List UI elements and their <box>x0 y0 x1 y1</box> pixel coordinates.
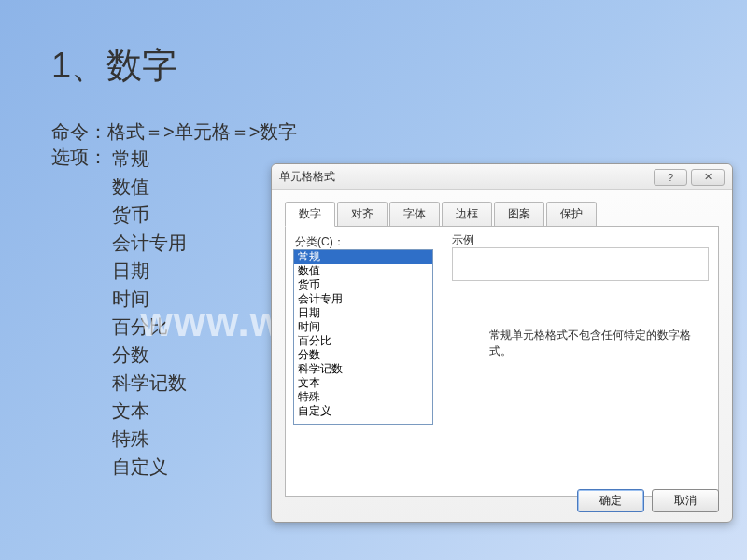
option-item: 时间 <box>112 285 187 313</box>
options-list: 常规数值货币会计专用日期时间百分比分数科学记数文本特殊自定义 <box>112 145 187 481</box>
category-item[interactable]: 会计专用 <box>294 292 432 306</box>
category-item[interactable]: 文本 <box>294 376 432 390</box>
tab-数字[interactable]: 数字 <box>285 202 335 227</box>
sample-label: 示例 <box>452 232 474 248</box>
option-item: 科学记数 <box>112 369 187 397</box>
command-text: 命令：格式＝>单元格＝>数字 <box>51 119 297 145</box>
category-item[interactable]: 特殊 <box>294 390 432 404</box>
category-item[interactable]: 数值 <box>294 264 432 278</box>
tab-图案[interactable]: 图案 <box>494 202 544 226</box>
option-item: 日期 <box>112 257 187 285</box>
format-cells-dialog: 单元格格式 ? ✕ 数字对齐字体边框图案保护 分类(C)： 常规数值货币会计专用… <box>271 163 733 523</box>
tab-row: 数字对齐字体边框图案保护 <box>272 190 732 226</box>
category-item[interactable]: 时间 <box>294 320 432 334</box>
category-item[interactable]: 日期 <box>294 306 432 320</box>
tab-保护[interactable]: 保护 <box>546 202 597 226</box>
category-listbox[interactable]: 常规数值货币会计专用日期时间百分比分数科学记数文本特殊自定义 <box>293 249 433 425</box>
tab-字体[interactable]: 字体 <box>389 202 440 226</box>
close-button[interactable]: ✕ <box>691 169 725 186</box>
option-item: 文本 <box>112 397 187 425</box>
category-item[interactable]: 分数 <box>294 348 432 362</box>
tab-边框[interactable]: 边框 <box>442 202 492 226</box>
option-item: 自定义 <box>112 453 187 481</box>
ok-button[interactable]: 确定 <box>577 489 644 512</box>
cancel-button[interactable]: 取消 <box>652 489 719 512</box>
option-item: 分数 <box>112 341 187 369</box>
sample-box <box>452 247 709 281</box>
category-item[interactable]: 货币 <box>294 278 432 292</box>
options-label: 选项： <box>51 145 107 170</box>
category-item[interactable]: 常规 <box>294 250 432 264</box>
slide-title: 1、数字 <box>51 42 177 90</box>
option-item: 百分比 <box>112 313 187 341</box>
option-item: 特殊 <box>112 425 187 453</box>
dialog-title: 单元格格式 <box>279 169 650 185</box>
tab-对齐[interactable]: 对齐 <box>337 202 388 226</box>
tab-number-panel: 分类(C)： 常规数值货币会计专用日期时间百分比分数科学记数文本特殊自定义 示例… <box>285 226 719 497</box>
help-button[interactable]: ? <box>654 169 687 186</box>
format-description: 常规单元格格式不包含任何特定的数字格式。 <box>489 328 699 359</box>
dialog-titlebar: 单元格格式 ? ✕ <box>272 164 732 190</box>
option-item: 会计专用 <box>112 229 187 257</box>
category-item[interactable]: 百分比 <box>294 334 432 348</box>
category-item[interactable]: 科学记数 <box>294 362 432 376</box>
option-item: 货币 <box>112 201 187 229</box>
dialog-buttons: 确定 取消 <box>577 489 719 512</box>
category-item[interactable]: 自定义 <box>294 404 432 418</box>
option-item: 数值 <box>112 173 187 201</box>
option-item: 常规 <box>112 145 187 173</box>
